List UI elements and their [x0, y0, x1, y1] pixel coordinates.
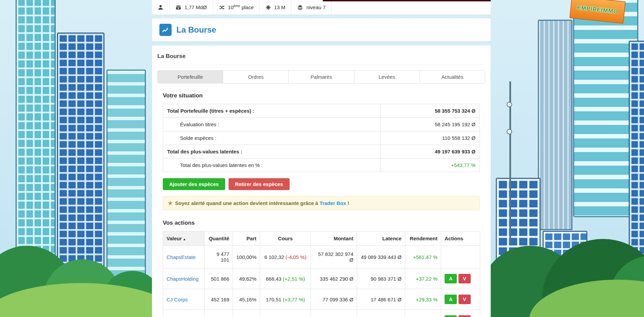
stocks-col-part[interactable]: Part — [233, 231, 260, 246]
situation-label: Total des plus-values latentes en % : — [163, 158, 381, 172]
situation-row: Total Portefeuille (titres + espèces) :5… — [163, 104, 480, 118]
situation-value: 58 245 195 192 Ø — [381, 118, 480, 131]
lamp-icon — [507, 129, 512, 134]
stock-yield: +37,22 % — [405, 268, 441, 289]
stock-link[interactable]: ChapsHolding — [167, 276, 198, 282]
tab-levées[interactable]: Levées — [354, 70, 420, 83]
tab-content-portefeuille: Votre situation Total Portefeuille (titr… — [157, 83, 485, 317]
stock-name-cell: ChapsHolding — [163, 268, 204, 289]
buy-button[interactable]: A — [445, 295, 457, 304]
stock-yield: +29,33 % — [405, 289, 441, 310]
stock-latency: 17 486 671 Ø — [357, 289, 405, 310]
asterisk-icon — [266, 5, 271, 10]
tabs: PortefeuilleOrdresPalmarèsLevéesActualit… — [157, 70, 485, 83]
stock-amount: 77 099 336 Ø — [311, 289, 357, 310]
stocks-table-body: ChapsEstate9 477 101100,00%6 102,32 (-4,… — [163, 246, 480, 317]
money-item[interactable]: 1,77 MdØ — [170, 0, 213, 15]
points-item[interactable]: 13 M — [260, 0, 291, 15]
stock-actions-cell — [441, 246, 480, 268]
sell-button[interactable]: V — [458, 274, 471, 283]
stocks-col-valeur[interactable]: Valeur ▲ — [163, 231, 204, 246]
stock-amount: 141 Ø — [311, 310, 357, 317]
shuffle-icon — [219, 5, 225, 10]
buy-button[interactable]: A — [445, 274, 457, 283]
stock-price: 141,43 (+0,00 %) — [260, 310, 311, 317]
add-cash-button[interactable]: Ajouter des espèces — [163, 178, 225, 190]
stock-link[interactable]: CJ Corps — [167, 297, 188, 302]
stock-quantity: 501 866 — [204, 268, 233, 289]
top-accent-line — [323, 0, 491, 1]
stock-actions-cell: AV — [441, 310, 480, 317]
stock-row: ChapsEstate9 477 101100,00%6 102,32 (-4,… — [163, 246, 480, 268]
situation-label: Évaluation titres : — [163, 118, 381, 131]
stock-row: Monolithe10,00%141,43 (+0,00 %)141 Ø-3 Ø… — [163, 310, 480, 317]
stock-amount: 57 832 302 974 Ø — [311, 246, 357, 268]
page-header-card: La Bourse — [152, 18, 491, 41]
situation-value: 58 355 753 324 Ø — [381, 104, 480, 118]
stocks-col-quantité[interactable]: Quantité — [204, 231, 233, 246]
withdraw-cash-button[interactable]: Retirer des espèces — [229, 178, 290, 190]
star-icon: ★ — [168, 200, 173, 206]
topbar: 1,77 MdØ 10ème place 13 M niv — [152, 0, 491, 15]
stock-price: 668,43 (+2,51 %) — [260, 268, 311, 289]
stock-name-cell: CJ Corps — [163, 289, 204, 310]
situation-label: Total des plus-values latentes : — [163, 145, 381, 158]
page-title: La Bourse — [176, 25, 216, 35]
tab-actualités[interactable]: Actualités — [419, 70, 485, 83]
layers-icon — [297, 5, 303, 10]
stock-actions-cell: AV — [441, 289, 480, 310]
stock-part: 45,16% — [233, 289, 260, 310]
level-item[interactable]: niveau 7 — [291, 0, 332, 15]
stock-row: ChapsHolding501 86649,62%668,43 (+2,51 %… — [163, 268, 480, 289]
tab-palmarès[interactable]: Palmarès — [288, 70, 354, 83]
banknote-icon — [175, 5, 181, 10]
stock-link[interactable]: ChapsEstate — [167, 254, 196, 260]
trader-box-link[interactable]: Trader Box — [319, 200, 346, 206]
stock-price: 170,51 (+3,77 %) — [260, 289, 311, 310]
sell-button[interactable]: V — [458, 315, 471, 317]
stocks-header-row: Valeur ▲QuantitéPartCoursMontantLatenceR… — [163, 231, 480, 246]
situation-value: +543,77 % — [381, 158, 480, 172]
building — [16, 0, 56, 266]
sell-button[interactable]: V — [458, 295, 471, 304]
situation-label: Total Portefeuille (titres + espèces) : — [163, 104, 381, 118]
bourse-panel: La Bourse PortefeuilleOrdresPalmarèsLevé… — [152, 45, 491, 317]
price-variation: (+3,77 %) — [283, 297, 305, 302]
situation-table: Total Portefeuille (titres + espèces) :5… — [163, 104, 480, 172]
user-icon — [158, 4, 163, 10]
chart-line-icon — [159, 24, 172, 36]
stocks-col-cours[interactable]: Cours — [260, 231, 311, 246]
rank-suffix: place — [240, 4, 254, 10]
alert-text-suffix: ! — [346, 200, 349, 206]
rank-ordinal: ème — [234, 4, 240, 8]
stock-latency: 49 089 339 443 Ø — [357, 246, 405, 268]
page-column: 1,77 MdØ 10ème place 13 M niv — [152, 0, 491, 317]
stocks-col-actions[interactable]: Actions — [441, 231, 480, 246]
profile-item[interactable] — [152, 0, 170, 15]
situation-table-body: Total Portefeuille (titres + espèces) :5… — [163, 104, 480, 172]
stock-part: 100,00% — [233, 246, 260, 268]
situation-row: Total des plus-values latentes :49 197 6… — [163, 145, 480, 158]
situation-heading: Votre situation — [163, 92, 480, 99]
price-variation: (-4,05 %) — [286, 254, 307, 260]
cash-buttons-row: Ajouter des espèces Retirer des espèces — [163, 178, 480, 190]
level-value: niveau 7 — [306, 4, 326, 10]
price-variation: (+2,51 %) — [283, 276, 305, 282]
stock-amount: 335 462 290 Ø — [311, 268, 357, 289]
tab-ordres[interactable]: Ordres — [223, 70, 289, 83]
stocks-col-latence[interactable]: Latence — [357, 231, 405, 246]
stock-actions-cell: AV — [441, 268, 480, 289]
stocks-col-rendement[interactable]: Rendement — [405, 231, 441, 246]
money-value: 1,77 MdØ — [184, 4, 207, 10]
rank-item[interactable]: 10ème place — [213, 0, 260, 15]
alert-text: Soyez alerté quand une action devient in… — [175, 200, 319, 206]
buy-button[interactable]: A — [445, 315, 457, 317]
points-value: 13 M — [274, 4, 285, 10]
rank-number: 10 — [228, 4, 234, 10]
situation-row: Solde espèces :110 558 132 Ø — [163, 131, 480, 145]
rank-value: 10ème place — [228, 4, 254, 10]
stock-part: 49,62% — [233, 268, 260, 289]
sort-asc-icon: ▲ — [182, 237, 186, 241]
stocks-col-montant[interactable]: Montant — [311, 231, 357, 246]
tab-portefeuille[interactable]: Portefeuille — [157, 70, 223, 83]
